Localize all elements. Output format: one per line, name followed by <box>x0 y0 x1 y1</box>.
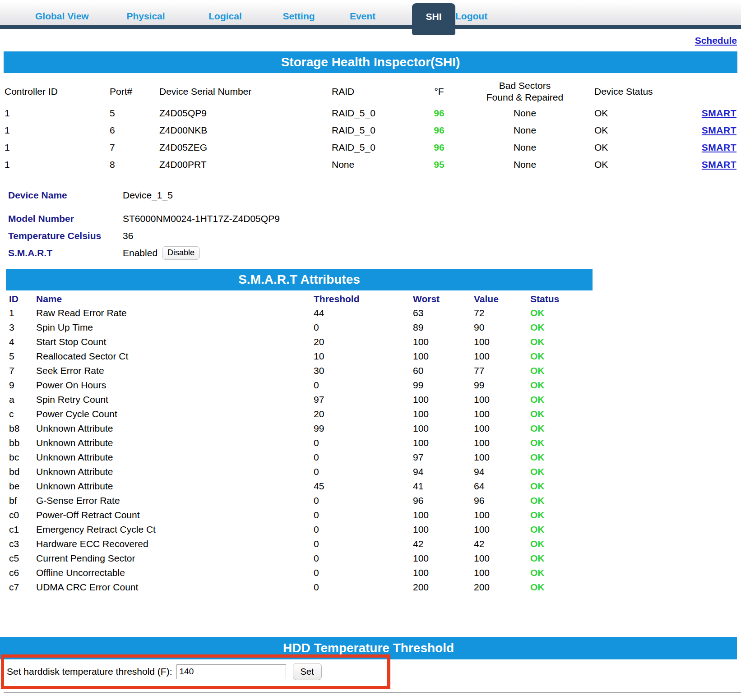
attr-name-cell: Seek Error Rate <box>36 364 314 378</box>
attr-value-cell: 100 <box>474 450 530 465</box>
device-table: Controller ID Port# Device Serial Number… <box>4 78 737 173</box>
attr-value-cell: 100 <box>474 508 530 522</box>
smart-attr-row-c6: c6 Offline Uncorrectable 0 100 100 OK <box>6 566 593 580</box>
attr-value-cell: 100 <box>474 551 530 566</box>
smart-link[interactable]: SMART <box>702 159 736 170</box>
raid-cell: RAID_5_0 <box>326 122 421 139</box>
smart-attr-row-be: be Unknown Attribute 45 41 64 OK <box>6 479 593 493</box>
smart-status-value: Enabled <box>123 248 157 258</box>
attr-id-cell: b8 <box>6 421 36 436</box>
attr-status-cell: OK <box>530 436 593 450</box>
attr-value-cell: 100 <box>474 522 530 537</box>
attr-value-cell: 100 <box>474 566 530 580</box>
nav-tab-label: Logout <box>455 11 487 21</box>
controller-id-cell: 1 <box>4 122 105 139</box>
attr-threshold-cell: 20 <box>314 407 413 421</box>
attr-value-cell: 100 <box>474 407 530 421</box>
attr-id-cell: bb <box>6 436 36 450</box>
attr-status-cell: OK <box>530 335 593 349</box>
attr-threshold-cell: 0 <box>314 522 413 537</box>
temperature-threshold-input[interactable] <box>176 664 286 679</box>
attr-threshold-cell: 0 <box>314 508 413 522</box>
raid-cell: RAID_5_0 <box>326 139 421 156</box>
attr-id-cell: c1 <box>6 522 36 537</box>
attr-value-cell: 100 <box>474 421 530 436</box>
attr-value-cell: 99 <box>474 378 530 392</box>
attr-value-cell: 64 <box>474 479 530 493</box>
smart-attr-row-3: 3 Spin Up Time 0 89 90 OK <box>6 320 593 335</box>
schedule-link[interactable]: Schedule <box>695 35 737 46</box>
attr-id-cell: c5 <box>6 551 36 566</box>
nav-tab-global-view[interactable]: Global View <box>35 3 88 29</box>
nav-tab-logout[interactable]: Logout <box>455 3 487 29</box>
nav-tab-logical[interactable]: Logical <box>202 3 248 29</box>
smart-attr-row-c: c Power Cycle Count 20 100 100 OK <box>6 407 593 421</box>
col-serial: Device Serial Number <box>155 78 326 105</box>
nav-tab-physical[interactable]: Physical <box>124 3 168 29</box>
disable-smart-button[interactable]: Disable <box>162 246 200 260</box>
device-status-cell: OK <box>593 139 669 156</box>
attr-name-cell: Emergency Retract Cycle Ct <box>36 522 314 537</box>
serial-cell: Z4D00PRT <box>155 156 326 173</box>
device-row-1-7: 1 7 Z4D05ZEG RAID_5_0 96 None OK SMART <box>4 139 737 156</box>
attr-threshold-cell: 45 <box>314 479 413 493</box>
smart-status-label: S.M.A.R.T <box>8 248 123 258</box>
hdd-threshold-title: HDD Temperature Threshold <box>283 641 454 655</box>
nav-tab-label: SHI <box>426 11 441 22</box>
smart-link[interactable]: SMART <box>702 125 736 135</box>
attr-id-cell: 3 <box>6 320 36 335</box>
attr-threshold-cell: 0 <box>314 580 413 594</box>
nav-tabs: Global View Physical Logical Setting Eve… <box>0 3 741 29</box>
nav-tab-setting[interactable]: Setting <box>281 3 317 29</box>
smart-link[interactable]: SMART <box>702 108 736 118</box>
attr-status-cell: OK <box>530 378 593 392</box>
nav-tab-event[interactable]: Event <box>333 3 392 29</box>
smart-link[interactable]: SMART <box>702 142 736 152</box>
attr-name-cell: Unknown Attribute <box>36 450 314 465</box>
bad-sectors-cell: None <box>457 139 593 156</box>
temperature-value: 36 <box>123 230 133 241</box>
raid-cell: None <box>326 156 421 173</box>
port-cell: 6 <box>105 122 155 139</box>
serial-cell: Z4D05ZEG <box>155 139 326 156</box>
attr-name-cell: Unknown Attribute <box>36 421 314 436</box>
attr-id-cell: bd <box>6 465 36 479</box>
col-raid: RAID <box>326 78 421 105</box>
attr-id-cell: c <box>6 407 36 421</box>
hdd-threshold-section: HDD Temperature Threshold Set harddisk t… <box>0 637 741 693</box>
attr-status-cell: OK <box>530 465 593 479</box>
attr-worst-cell: 96 <box>413 493 474 508</box>
attr-status-cell: OK <box>530 479 593 493</box>
smart-attr-row-5: 5 Reallocated Sector Ct 10 100 100 OK <box>6 349 593 364</box>
attr-name-cell: Spin Up Time <box>36 320 314 335</box>
raid-cell: RAID_5_0 <box>326 105 421 122</box>
smart-attr-row-bf: bf G-Sense Error Rate 0 96 96 OK <box>6 493 593 508</box>
attr-worst-cell: 100 <box>413 392 474 407</box>
attr-name-cell: Raw Read Error Rate <box>36 306 314 320</box>
attr-status-cell: OK <box>530 493 593 508</box>
attr-threshold-cell: 99 <box>314 421 413 436</box>
attr-threshold-cell: 0 <box>314 537 413 551</box>
threshold-input-label: Set harddisk temperature threshold (F): <box>7 666 172 677</box>
attr-name-cell: Reallocated Sector Ct <box>36 349 314 364</box>
attr-worst-cell: 42 <box>413 537 474 551</box>
attr-status-cell: OK <box>530 450 593 465</box>
smart-attr-row-b8: b8 Unknown Attribute 99 100 100 OK <box>6 421 593 436</box>
set-button[interactable]: Set <box>293 663 322 680</box>
top-nav: Global View Physical Logical Setting Eve… <box>0 3 741 29</box>
bad-sectors-cell: None <box>457 105 593 122</box>
device-row-1-8: 1 8 Z4D00PRT None 95 None OK SMART <box>4 156 737 173</box>
attr-status-cell: OK <box>530 580 593 594</box>
temp-f-cell: 96 <box>421 105 457 122</box>
serial-cell: Z4D05QP9 <box>155 105 326 122</box>
schedule-row: Schedule <box>0 35 741 48</box>
attr-name-cell: Hardware ECC Recovered <box>36 537 314 551</box>
attr-status-cell: OK <box>530 320 593 335</box>
nav-tab-label: Setting <box>283 11 315 21</box>
col-attr-worst: Worst <box>413 292 474 306</box>
nav-tab-shi[interactable]: SHI <box>412 3 455 35</box>
attr-value-cell: 77 <box>474 364 530 378</box>
attr-status-cell: OK <box>530 364 593 378</box>
smart-attr-row-bb: bb Unknown Attribute 0 100 100 OK <box>6 436 593 450</box>
smart-attributes-title-bar: S.M.A.R.T Attributes <box>6 269 593 290</box>
